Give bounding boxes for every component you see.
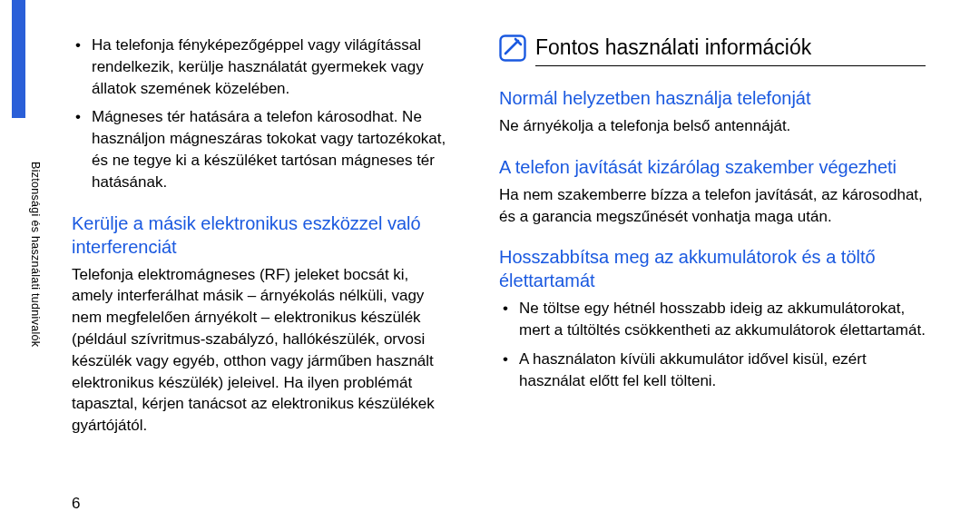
right-paragraph-2: Ha nem szakemberre bízza a telefon javít… <box>499 184 926 228</box>
section-title: Fontos használati információk <box>535 35 811 61</box>
side-section-label: Biztonsági és használati tudnivalók <box>29 162 42 347</box>
page-accent-bar <box>12 0 25 118</box>
list-item: Ne töltse egy hétnél hosszabb ideig az a… <box>499 298 926 341</box>
list-item: A használaton kívüli akkumulátor idővel … <box>499 349 926 392</box>
title-underline <box>535 65 926 66</box>
right-subheading-3: Hosszabbítsa meg az akkumulátorok és a t… <box>499 245 926 292</box>
page-number: 6 <box>72 495 80 513</box>
list-item: Ha telefonja fényképezőgéppel vagy világ… <box>72 34 453 99</box>
section-title-row: Fontos használati információk <box>499 34 926 62</box>
left-bullets: Ha telefonja fényképezőgéppel vagy világ… <box>72 34 453 193</box>
list-item: Mágneses tér hatására a telefon károsodh… <box>72 106 453 192</box>
right-subheading-2: A telefon javítását kizárólag szakember … <box>499 155 926 179</box>
right-paragraph-1: Ne árnyékolja a telefonja belső antennáj… <box>499 115 926 137</box>
left-paragraph: Telefonja elektromágneses (RF) jeleket b… <box>72 264 453 437</box>
svg-rect-0 <box>501 36 525 61</box>
note-icon <box>499 34 526 62</box>
right-bullets: Ne töltse egy hétnél hosszabb ideig az a… <box>499 298 926 391</box>
left-subheading: Kerülje a másik elektronikus eszközzel v… <box>72 211 453 259</box>
right-subheading-1: Normál helyzetben használja telefonját <box>499 86 926 110</box>
right-column: Fontos használati információk Normál hel… <box>499 34 926 399</box>
left-column: Ha telefonja fényképezőgéppel vagy világ… <box>72 34 453 437</box>
